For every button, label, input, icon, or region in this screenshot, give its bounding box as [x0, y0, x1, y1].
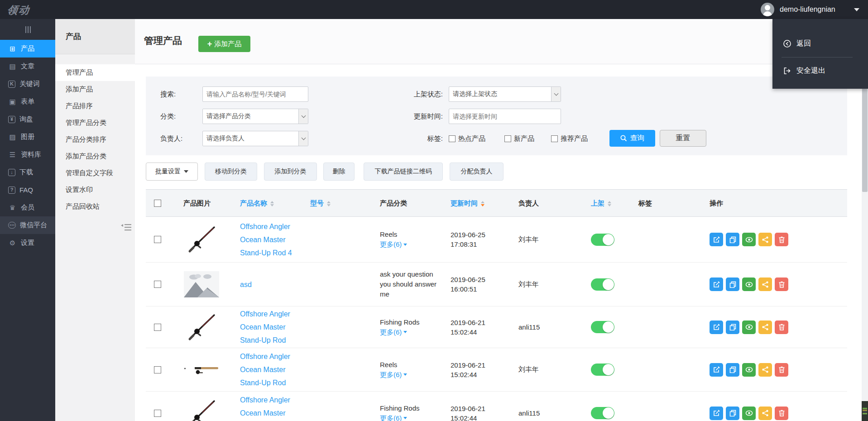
more-categories-link[interactable]: 更多(6): [380, 370, 407, 380]
listed-toggle-on[interactable]: [591, 234, 614, 246]
submenu-item[interactable]: 管理自定义字段: [55, 165, 135, 182]
column-header-toggle[interactable]: 上架: [591, 190, 611, 217]
add-product-button[interactable]: + 添加产品: [198, 36, 250, 52]
column-header-date[interactable]: 更新时间: [451, 190, 484, 217]
share-button[interactable]: [758, 277, 772, 291]
delete-button[interactable]: [775, 363, 788, 377]
more-categories-link[interactable]: 更多(6): [380, 327, 420, 337]
product-name-link[interactable]: Stand-Up Rod: [240, 376, 290, 389]
tag-checkbox-1[interactable]: 热点产品: [449, 131, 485, 146]
sort-arrows-icon[interactable]: [327, 201, 331, 206]
preview-button[interactable]: [742, 363, 756, 377]
sidebar-item-grid[interactable]: ⊞产品: [0, 40, 55, 57]
product-name-link[interactable]: Stand-Up Rod 4: [240, 246, 292, 259]
delete-button[interactable]: [775, 277, 788, 291]
sidebar-item-article[interactable]: ▤文章: [0, 57, 55, 75]
copy-button[interactable]: [726, 321, 739, 334]
user-avatar-icon[interactable]: [761, 3, 774, 16]
sidebar-item-keyword[interactable]: K关键词: [0, 75, 55, 93]
toolbar-button-5[interactable]: 下载产品链接二维码: [364, 163, 443, 181]
submenu-collapse-button[interactable]: [120, 223, 134, 234]
toolbar-button-6[interactable]: 分配负责人: [450, 163, 504, 181]
product-image-rod-diagonal[interactable]: [181, 392, 222, 421]
delete-button[interactable]: [775, 233, 788, 246]
share-button[interactable]: [758, 233, 772, 246]
product-name-link[interactable]: Offshore Angler: [240, 307, 290, 321]
edit-button[interactable]: [710, 233, 723, 246]
product-name-link[interactable]: Ocean Master: [240, 363, 290, 376]
row-checkbox[interactable]: [154, 236, 161, 243]
edit-button[interactable]: [710, 321, 723, 334]
product-name-link[interactable]: Offshore Angler: [240, 393, 290, 407]
sidebar-item-wechat[interactable]: ⋯微信平台: [0, 216, 55, 234]
checkbox-icon[interactable]: [551, 135, 558, 142]
copy-button[interactable]: [726, 277, 739, 291]
submenu-item[interactable]: 管理产品: [55, 64, 135, 81]
sidebar-item-library[interactable]: ☰资料库: [0, 146, 55, 163]
listed-toggle-on[interactable]: [591, 278, 614, 291]
owner-select[interactable]: 请选择负责人: [202, 131, 308, 146]
row-checkbox[interactable]: [154, 281, 161, 288]
edit-button[interactable]: [710, 363, 723, 377]
user-menu-caret-icon[interactable]: [854, 8, 859, 11]
edit-button[interactable]: [710, 277, 723, 291]
listed-toggle-on[interactable]: [591, 407, 614, 419]
product-name-link[interactable]: Ocean Master: [240, 233, 292, 246]
update-time-input[interactable]: [449, 109, 561, 124]
share-button[interactable]: [758, 321, 772, 334]
preview-button[interactable]: [742, 407, 756, 420]
more-categories-link[interactable]: 更多(6): [380, 239, 407, 249]
product-name-link[interactable]: Ocean Master: [240, 407, 290, 420]
checkbox-icon[interactable]: [449, 135, 456, 142]
row-checkbox[interactable]: [154, 410, 161, 417]
menu-item-logout[interactable]: 安全退出: [783, 66, 825, 76]
share-button[interactable]: [758, 407, 772, 420]
toolbar-button-1[interactable]: 批量设置: [146, 163, 198, 181]
product-image-image-placeholder[interactable]: [181, 263, 222, 306]
toolbar-button-3[interactable]: 添加到分类: [264, 163, 317, 181]
listed-toggle-on[interactable]: [591, 321, 614, 333]
listed-toggle-on[interactable]: [591, 364, 614, 376]
copy-button[interactable]: [726, 407, 739, 420]
status-select[interactable]: 请选择上架状态: [449, 86, 561, 102]
delete-button[interactable]: [775, 407, 788, 420]
product-name-link[interactable]: asd: [240, 278, 252, 291]
sidebar-collapse-grip[interactable]: [24, 26, 32, 33]
sort-arrows-icon[interactable]: [270, 201, 274, 206]
preview-button[interactable]: [742, 321, 756, 334]
copy-button[interactable]: [726, 233, 739, 246]
checkbox-icon[interactable]: [504, 135, 511, 142]
username-label[interactable]: demo-liufengnian: [780, 5, 835, 14]
select-all-checkbox[interactable]: [154, 200, 161, 207]
product-name-link[interactable]: Offshore Angler: [240, 350, 290, 363]
sort-arrows-icon[interactable]: [608, 201, 611, 206]
column-header-model[interactable]: 型号: [310, 190, 331, 217]
scrollbar-thumb[interactable]: [862, 84, 868, 192]
toolbar-button-2[interactable]: 移动到分类: [205, 163, 257, 181]
sidebar-item-download[interactable]: ↓下载: [0, 163, 55, 181]
sort-arrows-icon[interactable]: [481, 201, 484, 206]
submenu-item[interactable]: 设置水印: [55, 182, 135, 198]
product-image-rod-horizontal[interactable]: [181, 348, 222, 391]
menu-item-back[interactable]: 返回: [783, 39, 811, 48]
submenu-item[interactable]: 添加产品分类: [55, 148, 135, 165]
column-header-name[interactable]: 产品名称: [240, 190, 274, 217]
product-image-rod-diagonal[interactable]: [181, 306, 222, 348]
more-categories-link[interactable]: 更多(6): [380, 413, 420, 421]
tag-checkbox-2[interactable]: 新产品: [504, 131, 534, 146]
copy-button[interactable]: [726, 363, 739, 377]
submenu-item[interactable]: 添加产品: [55, 81, 135, 98]
delete-button[interactable]: [775, 321, 788, 334]
sidebar-item-gear[interactable]: ⚙设置: [0, 234, 55, 252]
query-button[interactable]: 查询: [609, 130, 655, 147]
product-name-link[interactable]: Ocean Master: [240, 321, 290, 334]
submenu-item[interactable]: 管理产品分类: [55, 115, 135, 131]
search-input[interactable]: [202, 86, 308, 102]
sidebar-item-inquiry[interactable]: ¥询盘: [0, 110, 55, 128]
preview-button[interactable]: [742, 277, 756, 291]
submenu-item[interactable]: 产品回收站: [55, 198, 135, 215]
submenu-item[interactable]: 产品分类排序: [55, 131, 135, 148]
sidebar-item-faq[interactable]: ?FAQ: [0, 181, 55, 199]
toolbar-button-4[interactable]: 删除: [323, 163, 355, 181]
share-button[interactable]: [758, 363, 772, 377]
